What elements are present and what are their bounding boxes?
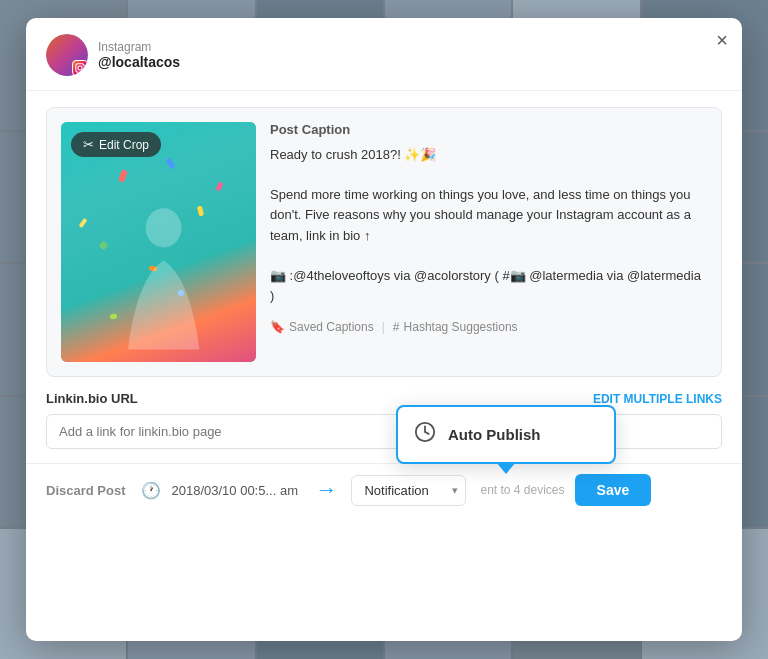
- notification-select[interactable]: Notification Auto Publish: [351, 475, 466, 506]
- account-handle: @localtacos: [98, 54, 180, 70]
- modal-header: Instagram @localtacos: [26, 18, 742, 91]
- hashtag-icon: #: [393, 320, 400, 334]
- edit-multiple-links-button[interactable]: EDIT MULTIPLE LINKS: [593, 392, 722, 406]
- post-image-wrap: ✂ Edit Crop: [61, 122, 256, 362]
- modal-body: ✂ Edit Crop Post Caption Ready to crush …: [26, 91, 742, 639]
- caption-label: Post Caption: [270, 122, 707, 137]
- svg-point-2: [82, 65, 83, 66]
- sent-devices-text: ent to 4 devices: [480, 483, 564, 497]
- linkbio-section: Linkin.bio URL EDIT MULTIPLE LINKS: [46, 391, 722, 449]
- post-editor-modal: × Instagram @localtacos: [26, 18, 742, 641]
- instagram-badge-icon: [72, 60, 88, 76]
- linkbio-label: Linkin.bio URL: [46, 391, 138, 406]
- hashtag-suggestions-button[interactable]: # Hashtag Suggestions: [393, 320, 518, 334]
- post-image: [61, 122, 256, 362]
- caption-actions: 🔖 Saved Captions | # Hashtag Suggestions: [270, 320, 707, 334]
- linkbio-input[interactable]: [46, 414, 722, 449]
- notification-dropdown: Notification Auto Publish ▾: [351, 475, 466, 506]
- close-button[interactable]: ×: [716, 30, 728, 50]
- auto-publish-icon: [414, 421, 436, 448]
- svg-point-3: [146, 208, 182, 247]
- post-caption-area: Post Caption Ready to crush 2018?! ✨🎉 Sp…: [270, 122, 707, 362]
- discard-label: Discard Post: [46, 483, 125, 498]
- svg-point-1: [78, 66, 82, 70]
- popup-arrow: [496, 462, 516, 474]
- saved-captions-button[interactable]: 🔖 Saved Captions: [270, 320, 374, 334]
- datetime-display: 2018/03/10 00:5... am: [171, 483, 301, 498]
- crop-icon: ✂: [83, 137, 94, 152]
- svg-rect-0: [76, 64, 84, 72]
- bookmark-icon: 🔖: [270, 320, 285, 334]
- clock-icon: 🕐: [141, 481, 161, 500]
- auto-publish-option[interactable]: Auto Publish: [398, 407, 614, 462]
- save-button[interactable]: Save: [575, 474, 652, 506]
- right-arrow-icon: →: [315, 477, 337, 503]
- auto-publish-popup: Auto Publish: [396, 405, 616, 464]
- avatar: [46, 34, 88, 76]
- account-platform: Instagram: [98, 40, 180, 54]
- modal-footer: Discard Post 🕐 2018/03/10 00:5... am → N…: [26, 463, 742, 516]
- caption-text: Ready to crush 2018?! ✨🎉 Spend more time…: [270, 145, 707, 306]
- linkbio-header: Linkin.bio URL EDIT MULTIPLE LINKS: [46, 391, 722, 406]
- account-info: Instagram @localtacos: [98, 40, 180, 70]
- edit-crop-button[interactable]: ✂ Edit Crop: [71, 132, 161, 157]
- post-preview: ✂ Edit Crop Post Caption Ready to crush …: [46, 107, 722, 377]
- auto-publish-label: Auto Publish: [448, 426, 541, 443]
- actions-separator: |: [382, 320, 385, 334]
